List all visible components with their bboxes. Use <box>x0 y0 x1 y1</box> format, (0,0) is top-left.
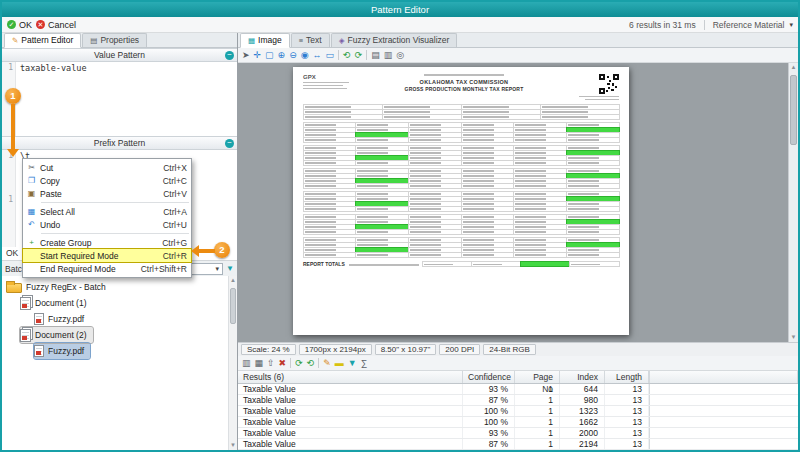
scroll-down-icon[interactable]: ▼ <box>789 333 798 342</box>
tab-text[interactable]: ≡ Text <box>291 33 330 47</box>
ok-button[interactable]: ✓ OK <box>7 20 32 30</box>
zoom-out-icon[interactable]: ⊖ <box>289 49 297 62</box>
filter-icon[interactable]: ▼ <box>348 357 357 370</box>
form-cell-text <box>305 157 336 159</box>
rotate-right-icon[interactable]: ⟳ <box>355 49 363 62</box>
result-row[interactable]: Taxable Value87 %198013 <box>238 395 798 406</box>
form-cell <box>471 261 521 267</box>
menu-item-cut[interactable]: ✂CutCtrl+X <box>23 161 191 174</box>
calculator-icon[interactable]: ∑ <box>361 357 367 370</box>
value-pattern-editor[interactable]: 1 taxable-value <box>2 62 237 136</box>
scrollbar-thumb[interactable] <box>790 75 797 145</box>
result-length: 13 <box>605 384 649 394</box>
tab-pattern-editor-label: Pattern Editor <box>21 34 73 47</box>
zoom-select-icon[interactable]: ▢ <box>265 49 274 62</box>
reference-material-dropdown[interactable]: Reference Material ▾ <box>713 20 793 30</box>
form-cell-text <box>410 185 441 187</box>
result-length: 13 <box>605 395 649 405</box>
check-icon: ✓ <box>7 20 16 29</box>
column-header-page-no[interactable]: Page No <box>515 371 560 383</box>
menu-item-paste[interactable]: ▣PasteCtrl+V <box>23 187 191 200</box>
scrollbar-thumb[interactable] <box>230 288 236 324</box>
menu-item-end-required-mode[interactable]: End Required ModeCtrl+Shift+R <box>23 262 191 275</box>
refresh-all-icon[interactable]: ⟲ <box>307 357 315 370</box>
tree-item-document-1[interactable]: Document (1) <box>20 295 93 311</box>
form-cell-text <box>357 162 388 164</box>
menu-item-create-group[interactable]: +Create GroupCtrl+G <box>23 236 191 249</box>
group-by-icon[interactable]: ▦ <box>255 357 264 370</box>
result-row[interactable]: Taxable Value100 %1132313 <box>238 406 798 417</box>
form-cell-text <box>305 124 336 126</box>
thumbnails-icon[interactable]: ▤ <box>371 49 380 62</box>
document-viewer[interactable]: GPX OKLAHOMA TAX COMMISSION GROSS PRODUC… <box>238 63 798 342</box>
value-pattern-code[interactable]: taxable-value <box>16 62 237 136</box>
highlighter-icon[interactable]: ▬ <box>335 357 344 370</box>
menu-item-label: Start Required Mode <box>40 251 163 261</box>
menu-item-undo[interactable]: ↶UndoCtrl+U <box>23 218 191 231</box>
form-cell-text <box>410 249 441 251</box>
delete-icon[interactable]: ✖ <box>279 357 287 370</box>
form-cell-text <box>463 185 494 187</box>
scroll-up-icon[interactable]: ▲ <box>229 276 237 285</box>
zoom-actual-icon[interactable]: ◉ <box>301 49 309 62</box>
collapse-minus-icon[interactable]: − <box>225 139 234 148</box>
tree-item-document-2[interactable]: Document (2) <box>20 327 93 343</box>
refresh-icon[interactable]: ⟳ <box>295 357 303 370</box>
results-header-row[interactable]: Results (6) Confidence Page No Index Len… <box>238 371 798 384</box>
column-header-confidence[interactable]: Confidence <box>463 371 515 383</box>
tab-fuzzy-extraction-visualizer[interactable]: ◈ Fuzzy Extraction Visualizer <box>331 33 458 47</box>
tab-pattern-editor[interactable]: ✎ Pattern Editor <box>4 33 81 48</box>
viewer-panel: ▦ Image ≡ Text ◈ Fuzzy Extraction Visual… <box>238 33 798 450</box>
form-cell-text <box>515 147 546 149</box>
menu-item-copy[interactable]: ❐CopyCtrl+C <box>23 174 191 187</box>
form-cell <box>408 206 462 212</box>
viewer-scrollbar[interactable]: ▲ ▼ <box>788 63 798 342</box>
tab-properties[interactable]: ▤ Properties <box>82 33 147 47</box>
tree-item-fuzzy-pdf[interactable]: Fuzzy.pdf <box>34 311 90 327</box>
form-cell-text <box>568 185 599 187</box>
export-icon[interactable]: ⇧ <box>267 357 275 370</box>
zoom-in-icon[interactable]: ⊕ <box>278 49 286 62</box>
select-tool-icon[interactable]: ➤ <box>242 49 250 62</box>
form-cell-text <box>305 239 336 241</box>
cancel-button[interactable]: ✕ Cancel <box>36 20 76 30</box>
columns-icon[interactable]: ▥ <box>242 357 251 370</box>
pattern-editor-window: Pattern Editor ✓ OK ✕ Cancel 6 results i… <box>0 0 800 452</box>
pan-tool-icon[interactable]: ✛ <box>254 49 262 62</box>
results-count-header[interactable]: Results (6) <box>238 371 463 383</box>
form-cell <box>408 183 462 189</box>
form-row <box>303 229 619 234</box>
result-row[interactable]: Taxable Value87 %1219413 <box>238 439 798 450</box>
column-header-index[interactable]: Index <box>560 371 605 383</box>
fit-width-icon[interactable]: ↔ <box>313 49 322 62</box>
fit-page-icon[interactable]: ▭ <box>326 49 335 62</box>
result-confidence: 87 % <box>463 395 515 405</box>
scroll-down-icon[interactable]: ▼ <box>229 441 237 450</box>
tree-item-label: Document (1) <box>35 298 87 308</box>
result-row[interactable]: Taxable Value100 %1166213 <box>238 417 798 428</box>
menu-item-start-required-mode[interactable]: Start Required ModeCtrl+R <box>23 249 191 262</box>
collapse-minus-icon[interactable]: − <box>225 51 234 60</box>
line-number-gutter: 1 <box>2 194 16 247</box>
tree-item-fuzzy-regex-batch[interactable]: Fuzzy RegEx - Batch <box>6 279 112 295</box>
scroll-up-icon[interactable]: ▲ <box>789 63 798 72</box>
rotate-left-icon[interactable]: ⟲ <box>343 49 351 62</box>
form-cell <box>540 114 620 120</box>
tab-image[interactable]: ▦ Image <box>240 33 290 48</box>
tab-properties-label: Properties <box>100 34 139 47</box>
tree-scrollbar[interactable]: ▲ ▼ <box>228 276 237 450</box>
print-icon[interactable]: ▥ <box>384 49 393 62</box>
title-bar[interactable]: Pattern Editor <box>2 2 798 17</box>
form-cell <box>408 252 462 258</box>
column-header-length[interactable]: Length <box>605 371 649 383</box>
result-row[interactable]: Taxable Value93 %1200013 <box>238 428 798 439</box>
edit-icon[interactable]: ✎ <box>323 357 331 370</box>
filter-funnel-icon[interactable]: ▼ <box>226 264 234 273</box>
callout-arrow-2 <box>199 249 215 253</box>
form-cell-text <box>515 185 546 187</box>
result-row[interactable]: Taxable Value93 %164413 <box>238 384 798 395</box>
menu-item-select-all[interactable]: ▦Select AllCtrl+A <box>23 205 191 218</box>
result-index: 2194 <box>560 439 605 449</box>
search-icon[interactable]: ◎ <box>396 49 404 62</box>
tree-item-fuzzy-pdf[interactable]: Fuzzy.pdf <box>34 343 90 359</box>
